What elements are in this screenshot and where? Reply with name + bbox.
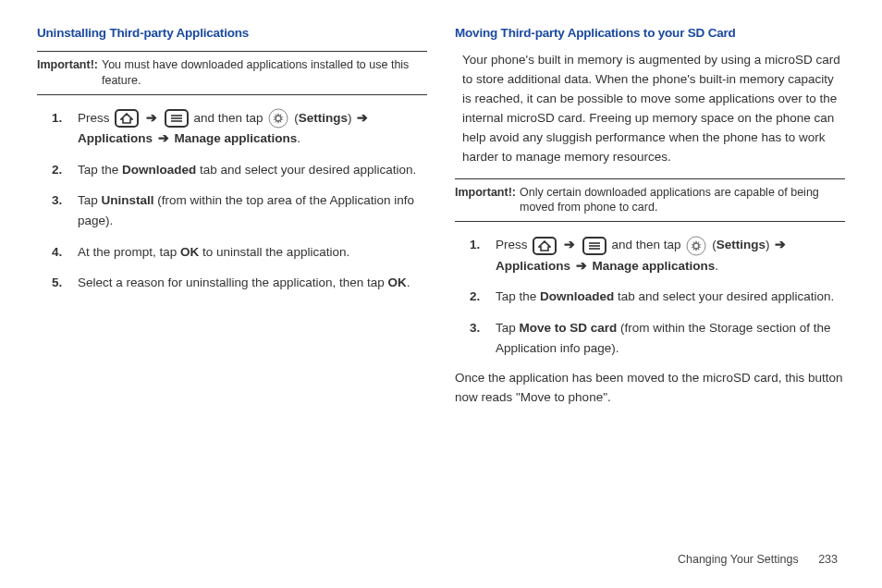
step-text: . <box>715 259 718 273</box>
arrow-icon: ➔ <box>562 238 577 251</box>
menu-key-icon <box>165 109 189 128</box>
arrow-icon: ➔ <box>144 111 159 125</box>
step-text: Press <box>496 238 531 251</box>
right-important-box: Important!: Only certain downloaded appl… <box>455 178 845 223</box>
right-steps: Press ➔ and then tap (Settings) ➔ Applic… <box>455 235 845 358</box>
move-sd-label: Move to SD card <box>520 321 618 335</box>
arrow-icon: ➔ <box>574 259 589 273</box>
right-column: Moving Third-party Applications to your … <box>455 26 845 570</box>
step-text: tab and select your desired application. <box>614 289 834 303</box>
menu-key-icon <box>582 237 606 255</box>
important-label: Important!: <box>455 185 520 216</box>
applications-label: Applications <box>78 131 153 145</box>
page-footer: Changing Your Settings 233 <box>678 553 838 566</box>
downloaded-label: Downloaded <box>540 289 614 303</box>
footer-section: Changing Your Settings <box>678 553 799 566</box>
right-outro: Once the application has been moved to t… <box>455 369 845 408</box>
arrow-icon: ➔ <box>773 238 788 251</box>
step-5: Select a reason for uninstalling the app… <box>61 273 427 293</box>
arrow-icon: ➔ <box>156 131 171 145</box>
ok-label: OK <box>387 276 406 289</box>
downloaded-label: Downloaded <box>122 163 196 177</box>
left-heading: Uninstalling Third-party Applications <box>37 26 427 40</box>
step-text: . <box>407 276 410 289</box>
home-key-icon <box>533 237 557 255</box>
step-text: Tap <box>496 321 520 335</box>
page-root: Uninstalling Third-party Applications Im… <box>0 0 882 588</box>
uninstall-label: Uninstall <box>102 193 154 207</box>
step-3: Tap Uninstall (from within the top area … <box>61 190 427 230</box>
right-intro: Your phone's built in memory is augmente… <box>455 51 845 167</box>
step-1: Press ➔ and then tap (Settings) ➔ Applic… <box>61 108 427 149</box>
arrow-icon: ➔ <box>355 111 370 125</box>
step-text: and then tap <box>612 238 685 251</box>
ok-label: OK <box>180 245 199 259</box>
step-text: Press <box>78 111 113 125</box>
step-text: to uninstall the application. <box>199 245 349 259</box>
step-text: Select a reason for uninstalling the app… <box>78 276 387 289</box>
settings-label: Settings <box>299 111 348 125</box>
manage-apps-label: Manage applications <box>593 259 716 273</box>
important-text: You must have downloaded applications in… <box>102 57 427 89</box>
settings-label: Settings <box>717 238 766 251</box>
important-label: Important!: <box>37 57 102 89</box>
step-text: ) <box>348 111 355 125</box>
step-1: Press ➔ and then tap (Settings) ➔ Applic… <box>479 235 845 276</box>
settings-gear-icon <box>686 236 706 256</box>
applications-label: Applications <box>496 259 570 273</box>
manage-apps-label: Manage applications <box>175 131 298 145</box>
step-3: Tap Move to SD card (from within the Sto… <box>479 318 845 358</box>
page-number: 233 <box>818 553 838 566</box>
step-text: ) <box>766 238 773 251</box>
svg-point-9 <box>694 244 698 248</box>
left-steps: Press ➔ and then tap (Settings) ➔ Applic… <box>37 108 427 293</box>
step-text: At the prompt, tap <box>78 245 180 259</box>
left-column: Uninstalling Third-party Applications Im… <box>37 26 427 570</box>
step-text: Tap <box>78 193 102 207</box>
step-2: Tap the Downloaded tab and select your d… <box>479 287 845 307</box>
svg-point-4 <box>276 116 280 120</box>
important-text: Only certain downloaded applications are… <box>520 185 845 216</box>
step-4: At the prompt, tap OK to uninstall the a… <box>61 242 427 263</box>
settings-gear-icon <box>268 108 288 129</box>
step-text: tab and select your desired application. <box>196 163 416 177</box>
step-text: . <box>297 131 300 145</box>
home-key-icon <box>115 109 139 128</box>
step-text: Tap the <box>78 163 122 177</box>
right-heading: Moving Third-party Applications to your … <box>455 26 845 40</box>
step-text: and then tap <box>194 111 267 125</box>
step-text: Tap the <box>496 289 540 303</box>
step-2: Tap the Downloaded tab and select your d… <box>61 160 427 180</box>
left-important-box: Important!: You must have downloaded app… <box>37 51 427 95</box>
